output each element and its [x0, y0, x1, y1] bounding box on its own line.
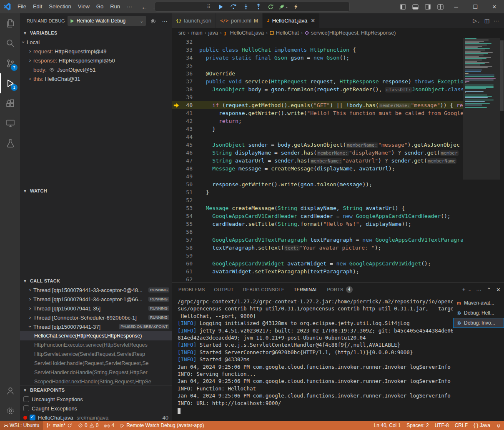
- disconnect-icon[interactable]: ⌄: [278, 2, 289, 11]
- code-line[interactable]: 41 response.getWriter().write("Hello! Th…: [172, 109, 463, 117]
- editor-tab-hellochatjava[interactable]: JHelloChat.java✕: [263, 13, 320, 28]
- activity-run-debug-icon[interactable]: 1: [0, 73, 20, 93]
- editor-tab-pomxml[interactable]: </>pom.xmlM: [216, 13, 263, 28]
- code-line[interactable]: 56: [172, 228, 463, 236]
- call-stack-thread[interactable]: ›Thread [qtp1500079441-33-acceptor-0@48.…: [20, 285, 172, 295]
- call-stack-thread[interactable]: ›Thread [qtp1500079441-35]RUNNING: [20, 304, 172, 313]
- panel-tab-debugconsole[interactable]: DEBUG CONSOLE: [243, 283, 285, 296]
- call-stack-section-header[interactable]: ▾ CALL STACK: [20, 276, 172, 285]
- status-debug-session[interactable]: Remote Watch Debug (avatar-app): [117, 421, 207, 430]
- code-line[interactable]: 49: [172, 172, 463, 180]
- nav-back-button[interactable]: ←: [141, 3, 148, 10]
- panel-tab-problems[interactable]: PROBLEMS: [178, 283, 205, 296]
- menu-item-run[interactable]: Run: [107, 2, 123, 11]
- split-editor-icon[interactable]: ◫: [484, 18, 489, 24]
- command-center[interactable]: ⠿⌄: [155, 2, 350, 12]
- breadcrumb-item[interactable]: HelloChat: [276, 30, 299, 36]
- panel-more-actions-icon[interactable]: ···: [476, 287, 481, 293]
- code-line[interactable]: 58 textParagraph.setText(text:"Your avat…: [172, 244, 463, 252]
- breadcrumb-item[interactable]: service(HttpRequest, HttpResponse): [311, 30, 396, 36]
- code-line[interactable]: 54 GoogleAppsCardV1CardHeader cardHeader…: [172, 212, 463, 220]
- menu-item-file[interactable]: File: [14, 2, 30, 11]
- terminal-output[interactable]: /grpc/grpc-context/1.27.2/grpc-context-1…: [172, 296, 453, 421]
- status-cursor-position[interactable]: Ln 40, Col 1: [371, 421, 404, 430]
- activity-remote-explorer-icon[interactable]: [0, 113, 20, 133]
- status-indentation[interactable]: Spaces: 2: [404, 421, 431, 430]
- breadcrumb-item[interactable]: HelloChat.java: [230, 30, 264, 36]
- variable-row[interactable]: ›request:HttpRequestImpl@49: [20, 47, 172, 56]
- status-encoding[interactable]: UTF-8: [432, 421, 452, 430]
- code-line[interactable]: 38 JsonObject body = gson.fromJson(reque…: [172, 85, 463, 93]
- status-problems[interactable]: 00: [75, 421, 101, 430]
- code-line[interactable]: 32: [172, 38, 463, 46]
- panel-tab-terminal[interactable]: TERMINAL: [293, 283, 318, 296]
- variable-row[interactable]: ›response:HttpResponseImpl@50: [20, 56, 172, 65]
- code-line[interactable]: 36 @Override: [172, 70, 463, 78]
- toggle-sidebar-icon[interactable]: [396, 0, 409, 13]
- activity-search-icon[interactable]: [0, 33, 20, 53]
- variable-row[interactable]: body:JsonObject@51: [20, 65, 172, 74]
- toggle-secondary-sidebar-icon[interactable]: [421, 0, 434, 13]
- menu-item-go[interactable]: Go: [93, 2, 107, 11]
- restart-icon[interactable]: [266, 2, 276, 11]
- run-file-button[interactable]: ▷⌄: [473, 18, 480, 24]
- menu-item-selection[interactable]: Selection: [45, 2, 74, 11]
- stack-frame[interactable]: ServletHolder.handle(Request,ServletRequ…: [20, 359, 172, 368]
- hot-code-replace-icon[interactable]: [291, 2, 301, 11]
- code-line[interactable]: 37 public void service(HttpRequest reque…: [172, 78, 463, 85]
- code-line[interactable]: 40 if (request.getMethod().equals("GET")…: [172, 101, 463, 109]
- activity-extensions-icon[interactable]: [0, 93, 20, 113]
- menu-item-view[interactable]: View: [75, 2, 93, 11]
- terminal-list-item[interactable]: Debug: Invo...: [453, 318, 504, 328]
- window-maximize-button[interactable]: ☐: [466, 0, 485, 13]
- breadcrumb-item[interactable]: java: [208, 30, 218, 36]
- breakpoint-row[interactable]: Caught Exceptions: [20, 404, 172, 413]
- breadcrumb-item[interactable]: main: [191, 30, 203, 36]
- panel-tab-ports[interactable]: PORTS4: [327, 283, 352, 296]
- toggle-panel-icon[interactable]: [409, 0, 421, 13]
- activity-source-control-icon[interactable]: 7: [0, 53, 20, 73]
- tab-close-icon[interactable]: ✕: [311, 18, 315, 24]
- code-line[interactable]: 39: [172, 93, 463, 101]
- code-line[interactable]: 44: [172, 133, 463, 141]
- code-editor[interactable]: 3233public class HelloChat implements Ht…: [172, 38, 504, 282]
- stack-frame[interactable]: ServletHandler.doHandle(String,Request,H…: [20, 368, 172, 377]
- status-remote[interactable]: ><WSL: Ubuntu: [0, 421, 43, 430]
- code-line[interactable]: 48 Message message = createMessage(displ…: [172, 165, 463, 172]
- step-into-icon[interactable]: [241, 2, 251, 11]
- call-stack-thread[interactable]: ›Thread [qtp1500079441-34-acceptor-1@66.…: [20, 295, 172, 304]
- terminal-list-item[interactable]: mMaven-avat...: [453, 298, 504, 308]
- call-stack-thread[interactable]: ›Thread [Connector-Scheduler-6920b0bc-1]…: [20, 313, 172, 322]
- code-line[interactable]: 34 private static final Gson gson = new …: [172, 54, 463, 62]
- code-line[interactable]: 61 avatarWidget.setTextParagraph(textPar…: [172, 268, 463, 275]
- continue-icon[interactable]: [216, 2, 226, 11]
- code-line[interactable]: 43 }: [172, 125, 463, 133]
- stack-frame[interactable]: HelloChat.service(HttpRequest,HttpRespon…: [20, 331, 172, 340]
- customize-layout-icon[interactable]: [434, 0, 446, 13]
- breakpoint-row[interactable]: Uncaught Exceptions: [20, 395, 172, 404]
- code-line[interactable]: 52: [172, 196, 463, 204]
- code-line[interactable]: 50 response.getWriter().write(gson.toJso…: [172, 180, 463, 188]
- account-icon[interactable]: [0, 381, 20, 401]
- editor-scrollbar[interactable]: [500, 38, 504, 282]
- code-line[interactable]: 35: [172, 62, 463, 70]
- variable-row[interactable]: ›this:HelloChat@31: [20, 74, 172, 83]
- code-line[interactable]: 42 return;: [172, 117, 463, 125]
- code-line[interactable]: 51 }: [172, 188, 463, 196]
- stack-frame[interactable]: ScopedHandler.nextHandle(String,Request,…: [20, 377, 172, 385]
- variables-section-header[interactable]: ▾ VARIABLES: [20, 28, 172, 38]
- window-minimize-button[interactable]: ─: [446, 0, 466, 13]
- variables-scope[interactable]: ›Local: [20, 38, 172, 47]
- window-close-button[interactable]: ✕: [485, 0, 504, 13]
- step-out-icon[interactable]: [253, 2, 264, 11]
- panel-close-icon[interactable]: ✕: [496, 287, 501, 293]
- editor-more-actions-icon[interactable]: ···: [494, 18, 499, 24]
- code-line[interactable]: 33public class HelloChat implements Http…: [172, 46, 463, 54]
- debug-settings-gear-icon[interactable]: [148, 16, 158, 25]
- code-line[interactable]: 60 GoogleAppsCardV1Widget avatarWidget =…: [172, 260, 463, 268]
- status-eol[interactable]: CRLF: [452, 421, 471, 430]
- breakpoints-section-header[interactable]: ▾ BREAKPOINTS: [20, 385, 172, 395]
- settings-gear-icon[interactable]: [0, 401, 20, 421]
- panel-tab-output[interactable]: OUTPUT: [214, 283, 234, 296]
- debug-config-dropdown[interactable]: Remote Watch Debug ⌄: [68, 16, 146, 26]
